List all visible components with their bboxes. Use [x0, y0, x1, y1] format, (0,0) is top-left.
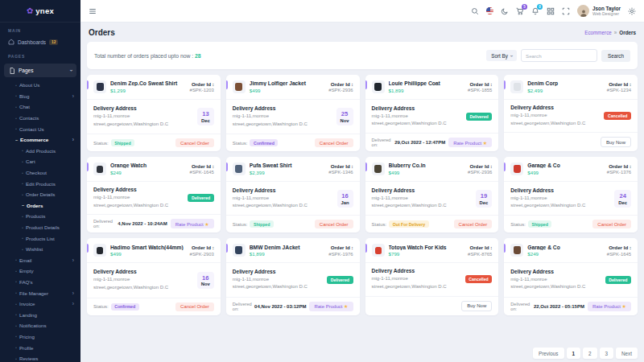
breadcrumb-ecommerce[interactable]: Ecommerce [584, 30, 612, 35]
order-id-value: #SPK-1376 [607, 170, 631, 175]
product-name: Orange Watch [110, 162, 186, 168]
pagination-page-2[interactable]: 2 [583, 348, 597, 359]
search-icon[interactable] [471, 7, 479, 15]
sidebar-item-landing[interactable]: ◦Landing [0, 309, 80, 320]
cancel-order-button[interactable]: Cancel Order [175, 302, 214, 311]
pagination-previous[interactable]: Previous [533, 348, 564, 359]
sidebar-item-contact-us[interactable]: ◦Contact Us [0, 123, 80, 134]
delivered-on-label: Delivered on: [93, 219, 115, 228]
delivery-address-label: Delivery Address [233, 187, 308, 193]
sidebar-menu: ◦About Us◦Blog›◦Chat◦Contacts◦Contact Us… [0, 80, 80, 362]
address-line-2: street,georgetown,Washington D.C [93, 284, 168, 292]
sidebar-item-profile[interactable]: ◦Profile [0, 342, 80, 353]
sidebar-item-ecommerce[interactable]: –Ecommerce› [0, 134, 80, 146]
order-id-label: Order Id : [607, 81, 631, 87]
bullet-icon: – [22, 203, 24, 208]
sidebar-item-pages[interactable]: Pages › [4, 64, 76, 77]
search-input[interactable] [521, 49, 597, 62]
rate-product-button[interactable]: Rate Product ★ [588, 302, 631, 311]
product-price: $1,899 [250, 251, 325, 257]
sidebar-item-checkout[interactable]: ◦Checkout [0, 167, 80, 179]
delivery-address-text: mig-1-11,monroestreet,georgetown,Washing… [233, 276, 308, 291]
breadcrumb-separator: » [614, 30, 617, 35]
pagination-page-1[interactable]: 1 [567, 348, 581, 359]
sidebar-item-orders[interactable]: –Orders [0, 200, 80, 212]
avatar [577, 5, 589, 17]
delivery-address-label: Delivery Address [510, 269, 585, 274]
chevron-right-icon: › [72, 137, 74, 142]
fullscreen-icon[interactable] [562, 7, 570, 15]
sidebar-item-add-products[interactable]: ◦Add Products [0, 146, 80, 157]
bullet-icon: ◦ [15, 105, 17, 109]
product-image [510, 80, 523, 93]
pagination-next[interactable]: Next [616, 348, 638, 359]
order-id-label: Order Id : [328, 245, 353, 250]
cancel-order-button[interactable]: Cancel Order [315, 220, 353, 228]
cancel-order-button[interactable]: Cancel Order [315, 138, 353, 147]
sidebar-item-order-details[interactable]: ◦Order Details [0, 189, 80, 200]
bullet-icon: ◦ [22, 225, 23, 230]
sidebar: ✿ ynex MAIN Dashboards 12 PAGES Pages › … [0, 0, 80, 362]
sidebar-item-products[interactable]: ◦Products [0, 211, 80, 222]
brand-logo[interactable]: ✿ ynex [0, 0, 80, 23]
rate-product-button[interactable]: Rate Product ★ [448, 138, 492, 147]
rate-product-button[interactable]: Rate Product ★ [309, 302, 353, 311]
delivery-address-label: Delivery Address [372, 105, 447, 111]
apps-grid-icon[interactable] [547, 7, 555, 15]
sort-by-dropdown[interactable]: Sort By › [486, 50, 517, 61]
product-thumb-shape [97, 83, 104, 91]
sidebar-item-wishlist[interactable]: ◦Wishlist [0, 244, 80, 255]
sidebar-item-dashboards[interactable]: Dashboards 12 [0, 35, 80, 48]
product-price: $1,899 [389, 88, 464, 93]
order-card: Denim Zep.Co Sweat Shirt$1,299Order Id :… [87, 75, 221, 151]
order-id-label: Order Id : [607, 245, 631, 250]
sidebar-item-product-details[interactable]: ◦Product Details [0, 222, 80, 233]
sidebar-item-empty[interactable]: ◦Empty [0, 265, 80, 277]
product-name: Jimmy Lolfiger Jacket [250, 80, 325, 86]
sidebar-item-faq-s[interactable]: ◦FAQ's [0, 277, 80, 288]
order-id-label: Order Id : [468, 163, 492, 169]
bullet-icon: ◦ [15, 126, 17, 131]
notifications-badge: 0 [537, 4, 543, 10]
sidebar-item-chat[interactable]: ◦Chat [0, 101, 80, 113]
order-id-label: Order Id : [190, 163, 214, 169]
buy-now-button[interactable]: Buy Now [601, 137, 631, 147]
hamburger-menu-icon[interactable] [89, 7, 97, 15]
dark-mode-moon-icon[interactable] [501, 7, 509, 15]
country-flag-icon[interactable] [486, 7, 493, 14]
search-button[interactable]: Search [601, 50, 630, 62]
sidebar-item-label: Reviews [19, 356, 38, 361]
user-menu[interactable]: Json Taylor Web Designer [577, 5, 621, 17]
delivery-address: Delivery Addressmig-1-11,monroestreet,ge… [93, 269, 168, 291]
order-card: Orange Watch$249Order Id :#SPK-1645Deliv… [87, 157, 221, 232]
buy-now-button[interactable]: Buy Now [461, 301, 492, 311]
sidebar-item-about-us[interactable]: ◦About Us [0, 80, 80, 91]
sidebar-item-blog[interactable]: ◦Blog› [0, 91, 80, 102]
sidebar-item-contacts[interactable]: ◦Contacts [0, 113, 80, 124]
cart-icon-wrap[interactable]: 5 [516, 7, 524, 15]
product-price: $2,399 [250, 170, 325, 175]
pagination-page-3[interactable]: 3 [600, 348, 614, 359]
sidebar-item-cart[interactable]: ◦Cart [0, 156, 80, 167]
sidebar-item-products-list[interactable]: ◦Products List [0, 232, 80, 244]
settings-gear-icon[interactable] [628, 7, 636, 15]
sidebar-item-email[interactable]: ◦Email› [0, 255, 80, 266]
bullet-icon: ◦ [15, 269, 17, 274]
status-pill: Confirmed [250, 139, 278, 146]
cancel-order-button[interactable]: Cancel Order [175, 138, 214, 147]
cancel-order-button[interactable]: Cancel Order [592, 220, 631, 228]
sidebar-item-notifications[interactable]: ◦Notifications [0, 320, 80, 331]
sidebar-item-invoice[interactable]: ◦Invoice› [0, 298, 80, 310]
notifications-icon-wrap[interactable]: 0 [531, 7, 539, 15]
address-line-1: mig-1-11,monroe [233, 276, 308, 284]
chevron-right-icon: › [72, 290, 74, 296]
top-header: 5 0 Json Taylor Web Designer [80, 0, 644, 23]
sidebar-item-edit-products[interactable]: ◦Edit Products [0, 178, 80, 189]
sidebar-item-reviews[interactable]: ◦Reviews [0, 353, 80, 362]
sidebar-item-pricing[interactable]: ◦Pricing [0, 331, 80, 343]
address-line-2: street,georgetown,Washington D.C [372, 120, 447, 128]
sidebar-item-file-manager[interactable]: ◦File Manager› [0, 287, 80, 298]
cancel-order-button[interactable]: Cancel Order [454, 220, 493, 228]
address-line-1: mig-1-11,monroe [233, 113, 308, 121]
rate-product-button[interactable]: Rate Product ★ [171, 219, 214, 228]
